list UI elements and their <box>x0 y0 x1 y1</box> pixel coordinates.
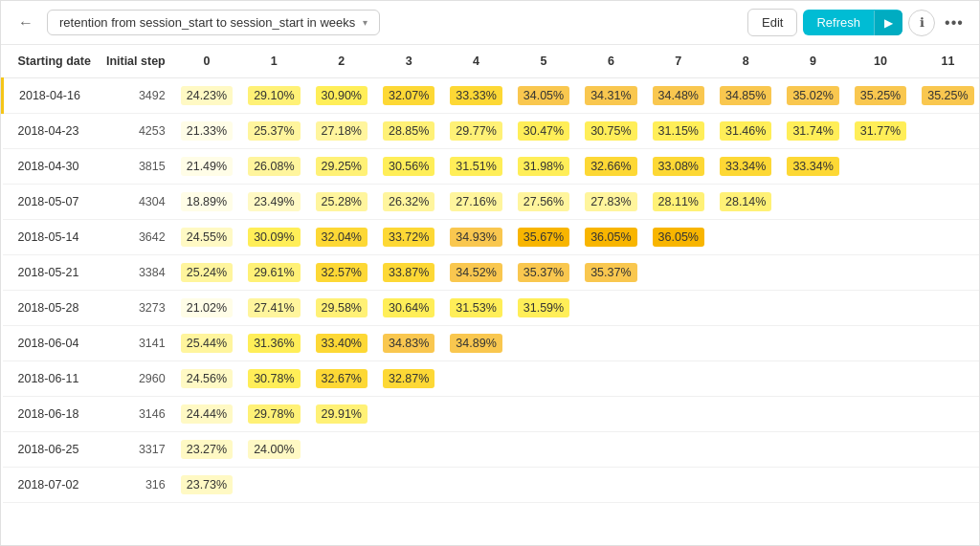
retention-table: Starting dateInitial step01234567891011 … <box>1 45 979 503</box>
value-cell-10-0: 23.27% <box>173 432 240 468</box>
value-cell-6-0: 21.02% <box>173 291 240 326</box>
value-cell-8-7 <box>645 361 712 397</box>
value-cell-2-8: 33.34% <box>712 149 779 185</box>
value-cell-1-9: 31.74% <box>779 114 846 149</box>
query-selector[interactable]: retention from session_start to session_… <box>47 10 380 35</box>
value-cell-5-10 <box>847 255 914 291</box>
retention-value: 28.14% <box>720 192 771 211</box>
col-header-8: 6 <box>577 45 644 78</box>
value-cell-3-9 <box>779 185 846 220</box>
info-button[interactable]: ℹ <box>908 10 935 36</box>
value-cell-5-3: 33.87% <box>375 255 442 291</box>
retention-value: 27.41% <box>248 298 300 317</box>
value-cell-4-10 <box>847 220 914 255</box>
retention-value: 24.23% <box>181 86 233 105</box>
value-cell-1-1: 25.37% <box>240 114 307 149</box>
retention-value: 35.25% <box>922 86 973 105</box>
retention-value: 24.44% <box>181 404 233 424</box>
date-cell: 2018-05-21 <box>3 255 99 291</box>
initial-step-cell: 3642 <box>99 220 173 255</box>
value-cell-3-1: 23.49% <box>240 185 307 220</box>
value-cell-11-7 <box>645 468 712 503</box>
value-cell-4-4: 34.93% <box>442 220 509 255</box>
value-cell-3-2: 25.28% <box>308 185 375 220</box>
table-row: 2018-05-07430418.89%23.49%25.28%26.32%27… <box>3 185 980 220</box>
retention-value: 34.83% <box>383 334 434 353</box>
value-cell-3-10 <box>847 185 914 220</box>
retention-value: 29.78% <box>248 404 300 424</box>
col-header-9: 7 <box>645 45 712 78</box>
value-cell-2-11 <box>914 149 979 185</box>
value-cell-7-3: 34.83% <box>375 326 442 361</box>
date-cell: 2018-06-18 <box>3 397 99 432</box>
value-cell-0-9: 35.02% <box>779 78 846 114</box>
value-cell-10-8 <box>712 432 779 468</box>
value-cell-9-2: 29.91% <box>308 397 375 432</box>
col-header-10: 8 <box>712 45 779 78</box>
retention-value: 29.77% <box>450 121 501 141</box>
value-cell-2-7: 33.08% <box>645 149 712 185</box>
table-header: Starting dateInitial step01234567891011 <box>3 45 980 78</box>
value-cell-7-2: 33.40% <box>308 326 375 361</box>
value-cell-4-1: 30.09% <box>240 220 307 255</box>
more-button[interactable]: ••• <box>941 10 968 36</box>
value-cell-10-10 <box>847 432 914 468</box>
retention-value: 30.75% <box>585 121 636 141</box>
edit-button[interactable]: Edit <box>747 9 797 36</box>
value-cell-3-4: 27.16% <box>442 185 509 220</box>
value-cell-5-5: 35.37% <box>510 255 577 291</box>
retention-value: 31.36% <box>248 334 300 353</box>
value-cell-5-6: 35.37% <box>577 255 644 291</box>
value-cell-11-1 <box>240 468 307 503</box>
value-cell-10-3 <box>375 432 442 468</box>
value-cell-8-10 <box>847 361 914 397</box>
refresh-button[interactable]: Refresh ▶ <box>803 10 902 35</box>
query-text: retention from session_start to session_… <box>59 15 355 30</box>
retention-value: 26.08% <box>248 157 300 176</box>
table-row: 2018-06-25331723.27%24.00% <box>3 432 980 468</box>
retention-value: 32.07% <box>383 86 434 105</box>
value-cell-7-5 <box>510 326 577 361</box>
value-cell-10-11 <box>914 432 979 468</box>
value-cell-11-10 <box>847 468 914 503</box>
value-cell-9-1: 29.78% <box>240 397 307 432</box>
value-cell-4-0: 24.55% <box>173 220 240 255</box>
value-cell-6-6 <box>577 291 644 326</box>
back-button[interactable]: ← <box>12 10 39 36</box>
value-cell-6-4: 31.53% <box>442 291 509 326</box>
header-row: Starting dateInitial step01234567891011 <box>3 45 980 78</box>
value-cell-8-4 <box>442 361 509 397</box>
retention-value: 34.05% <box>518 86 569 105</box>
retention-value: 32.67% <box>316 369 368 388</box>
value-cell-10-1: 24.00% <box>240 432 307 468</box>
value-cell-0-0: 24.23% <box>173 78 240 114</box>
value-cell-1-10: 31.77% <box>847 114 914 149</box>
value-cell-5-1: 29.61% <box>240 255 307 291</box>
value-cell-7-7 <box>645 326 712 361</box>
value-cell-10-2 <box>308 432 375 468</box>
value-cell-11-4 <box>442 468 509 503</box>
retention-value: 31.74% <box>787 121 838 141</box>
retention-value: 32.66% <box>585 157 636 176</box>
initial-step-cell: 3384 <box>99 255 173 291</box>
retention-value: 31.46% <box>720 121 771 141</box>
value-cell-8-2: 32.67% <box>308 361 375 397</box>
retention-value: 32.87% <box>383 369 434 388</box>
col-header-7: 5 <box>510 45 577 78</box>
retention-value: 28.11% <box>653 192 704 211</box>
value-cell-0-4: 33.33% <box>442 78 509 114</box>
info-icon: ℹ <box>920 15 924 30</box>
value-cell-0-7: 34.48% <box>645 78 712 114</box>
refresh-arrow-icon: ▶ <box>874 11 902 35</box>
value-cell-4-3: 33.72% <box>375 220 442 255</box>
value-cell-0-10: 35.25% <box>847 78 914 114</box>
retention-value: 25.37% <box>248 121 300 141</box>
value-cell-3-7: 28.11% <box>645 185 712 220</box>
date-cell: 2018-06-11 <box>3 361 99 397</box>
value-cell-11-6 <box>577 468 644 503</box>
refresh-label: Refresh <box>803 10 874 35</box>
table-body: 2018-04-16349224.23%29.10%30.90%32.07%33… <box>3 78 980 503</box>
value-cell-11-3 <box>375 468 442 503</box>
value-cell-5-7 <box>645 255 712 291</box>
retention-value: 30.09% <box>248 228 300 247</box>
